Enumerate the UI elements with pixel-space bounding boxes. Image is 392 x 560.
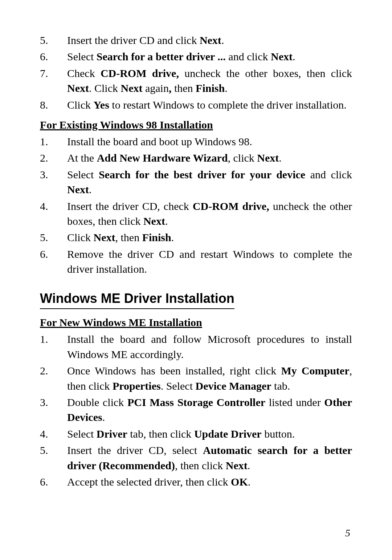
list-item: 8.Click Yes to restart Windows to comple…	[40, 97, 352, 112]
list-item: 2.Once Windows has been installed, right…	[40, 363, 352, 393]
list-number: 5.	[40, 443, 67, 473]
list-item: 4.Insert the driver CD, check CD-ROM dri…	[40, 199, 352, 229]
list-item: 1.Install the board and boot up Windows …	[40, 134, 352, 149]
list-text: Click Next, then Finish.	[67, 230, 352, 245]
list-text: Remove the driver CD and restart Windows…	[67, 247, 352, 277]
list-number: 1.	[40, 134, 67, 149]
list-text: Insert the driver CD, check CD-ROM drive…	[67, 199, 352, 229]
new-me-list: 1.Install the board and follow Microsoft…	[40, 332, 352, 489]
list-text: Accept the selected driver, then click O…	[67, 474, 352, 489]
list-text: Select Search for a better driver ... an…	[67, 49, 352, 64]
list-item: 6.Remove the driver CD and restart Windo…	[40, 247, 352, 277]
list-number: 7.	[40, 66, 67, 96]
list-text: Once Windows has been installed, right c…	[67, 363, 352, 393]
list-text: Install the board and follow Microsoft p…	[67, 332, 352, 362]
list-item: 7.Check CD-ROM drive, uncheck the other …	[40, 66, 352, 96]
list-number: 6.	[40, 49, 67, 64]
list-item: 3.Double click PCI Mass Storage Controll…	[40, 395, 352, 425]
list-item: 2.At the Add New Hardware Wizard, click …	[40, 150, 352, 165]
list-item: 5.Click Next, then Finish.	[40, 230, 352, 245]
list-text: Install the board and boot up Windows 98…	[67, 134, 352, 149]
list-text: At the Add New Hardware Wizard, click Ne…	[67, 150, 352, 165]
list-text: Select Driver tab, then click Update Dri…	[67, 426, 352, 441]
list-item: 6.Select Search for a better driver ... …	[40, 49, 352, 64]
section-heading-windows-me: Windows ME Driver Installation	[40, 291, 234, 309]
list-item: 5.Insert the driver CD and click Next.	[40, 33, 352, 48]
list-number: 2.	[40, 150, 67, 165]
list-number: 6.	[40, 247, 67, 277]
list-item: 1.Install the board and follow Microsoft…	[40, 332, 352, 362]
list-text: Check CD-ROM drive, uncheck the other bo…	[67, 66, 352, 96]
list-number: 8.	[40, 97, 67, 112]
list-text: Insert the driver CD and click Next.	[67, 33, 352, 48]
list-item: 3.Select Search for the best driver for …	[40, 167, 352, 197]
list-number: 5.	[40, 33, 67, 48]
existing-98-list: 1.Install the board and boot up Windows …	[40, 134, 352, 277]
list-text: Insert the driver CD, select Automatic s…	[67, 443, 352, 473]
list-text: Click Yes to restart Windows to complete…	[67, 97, 352, 112]
list-number: 3.	[40, 395, 67, 425]
subsection-title-existing-98: For Existing Windows 98 Installation	[40, 119, 352, 131]
list-number: 4.	[40, 426, 67, 441]
list-text: Select Search for the best driver for yo…	[67, 167, 352, 197]
list-number: 6.	[40, 474, 67, 489]
list-number: 2.	[40, 363, 67, 393]
list-item: 5.Insert the driver CD, select Automatic…	[40, 443, 352, 473]
list-item: 6.Accept the selected driver, then click…	[40, 474, 352, 489]
list-number: 1.	[40, 332, 67, 362]
list-item: 4.Select Driver tab, then click Update D…	[40, 426, 352, 441]
list-number: 5.	[40, 230, 67, 245]
subsection-title-new-me: For New Windows ME Installation	[40, 316, 352, 329]
list-number: 4.	[40, 199, 67, 229]
list-number: 3.	[40, 167, 67, 197]
top-continued-list: 5.Insert the driver CD and click Next.6.…	[40, 33, 352, 112]
page-number: 5	[345, 527, 350, 539]
heading-wrap: Windows ME Driver Installation	[40, 278, 352, 310]
list-text: Double click PCI Mass Storage Controller…	[67, 395, 352, 425]
